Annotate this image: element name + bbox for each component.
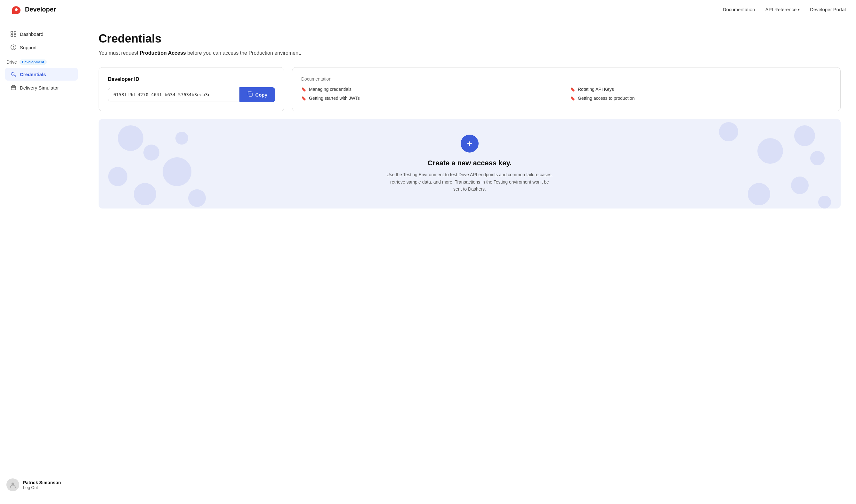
question-icon: ? — [10, 44, 17, 51]
sidebar-delivery-simulator-label: Delivery Simulator — [20, 85, 59, 90]
sidebar-dashboard-label: Dashboard — [20, 31, 43, 37]
copy-button[interactable]: Copy — [239, 87, 275, 102]
layout: Dashboard ? Support Drive Development — [0, 19, 856, 504]
user-name: Patrick Simonson — [23, 480, 61, 485]
bookmark-icon-3: 🔖 — [301, 96, 306, 101]
user-section: Patrick Simonson Log Out — [0, 473, 83, 496]
bookmark-icon-2: 🔖 — [570, 87, 575, 92]
sidebar-item-dashboard[interactable]: Dashboard — [5, 28, 78, 40]
key-icon — [10, 71, 17, 77]
svg-rect-2 — [14, 31, 16, 33]
main-content: Credentials You must request Production … — [83, 19, 856, 504]
sidebar: Dashboard ? Support Drive Development — [0, 19, 83, 504]
sidebar-support-label: Support — [20, 45, 37, 50]
svg-point-0 — [15, 8, 18, 11]
svg-rect-11 — [11, 86, 16, 90]
box-icon — [10, 85, 17, 91]
sidebar-item-support[interactable]: ? Support — [5, 41, 78, 54]
developer-id-input[interactable] — [108, 88, 239, 101]
doc-links-grid: 🔖 Managing credentials 🔖 Rotating API Ke… — [301, 87, 831, 101]
svg-rect-1 — [11, 31, 13, 33]
grid-icon — [10, 31, 17, 37]
development-badge: Development — [19, 59, 47, 65]
cards-row: Developer ID Copy — [99, 67, 841, 111]
doc-link-jwts[interactable]: 🔖 Getting started with JWTs — [301, 96, 562, 101]
bookmark-icon-1: 🔖 — [301, 87, 306, 92]
nav-links: Documentation API Reference ▾ Developer … — [723, 7, 846, 12]
svg-point-7 — [11, 73, 14, 75]
doc-link-rotating-api-keys[interactable]: 🔖 Rotating API Keys — [570, 87, 831, 92]
sidebar-item-delivery-simulator[interactable]: Delivery Simulator — [5, 81, 78, 94]
developer-id-label: Developer ID — [108, 76, 275, 82]
nav-developer-portal[interactable]: Developer Portal — [810, 7, 846, 12]
sidebar-credentials-label: Credentials — [20, 72, 46, 77]
logo-text: Developer — [25, 6, 56, 13]
chevron-down-icon: ▾ — [798, 7, 800, 12]
user-info: Patrick Simonson Log Out — [23, 480, 61, 490]
svg-rect-3 — [11, 35, 13, 36]
sidebar-item-credentials[interactable]: Credentials — [5, 68, 78, 80]
svg-text:?: ? — [13, 46, 15, 50]
top-nav: Developer Documentation API Reference ▾ … — [0, 0, 856, 19]
create-key-button[interactable]: + — [461, 134, 479, 152]
developer-id-card: Developer ID Copy — [99, 67, 284, 111]
create-key-card: + Create a new access key. Use the Testi… — [99, 119, 841, 209]
create-key-title: Create a new access key. — [428, 159, 512, 167]
copy-icon — [247, 91, 253, 98]
bookmark-icon-4: 🔖 — [570, 96, 575, 101]
svg-rect-14 — [249, 93, 252, 96]
svg-rect-4 — [14, 35, 16, 36]
page-subtitle: You must request Production Access befor… — [99, 49, 841, 57]
doc-link-managing-credentials[interactable]: 🔖 Managing credentials — [301, 87, 562, 92]
documentation-card: Documentation 🔖 Managing credentials 🔖 R… — [292, 67, 841, 111]
page-title: Credentials — [99, 32, 841, 46]
doc-section-label: Documentation — [301, 76, 831, 82]
avatar — [6, 479, 19, 491]
drive-label: Drive — [6, 59, 17, 65]
doc-link-production-access[interactable]: 🔖 Getting access to production — [570, 96, 831, 101]
logout-link[interactable]: Log Out — [23, 485, 61, 490]
nav-documentation[interactable]: Documentation — [723, 7, 755, 12]
id-input-row: Copy — [108, 87, 275, 102]
svg-point-13 — [12, 483, 14, 485]
doordash-logo — [10, 5, 22, 14]
create-key-description: Use the Testing Environment to test Driv… — [387, 171, 553, 193]
logo-area: Developer — [10, 5, 93, 14]
nav-api-reference[interactable]: API Reference ▾ — [766, 7, 800, 12]
production-access-bold: Production Access — [140, 50, 186, 56]
